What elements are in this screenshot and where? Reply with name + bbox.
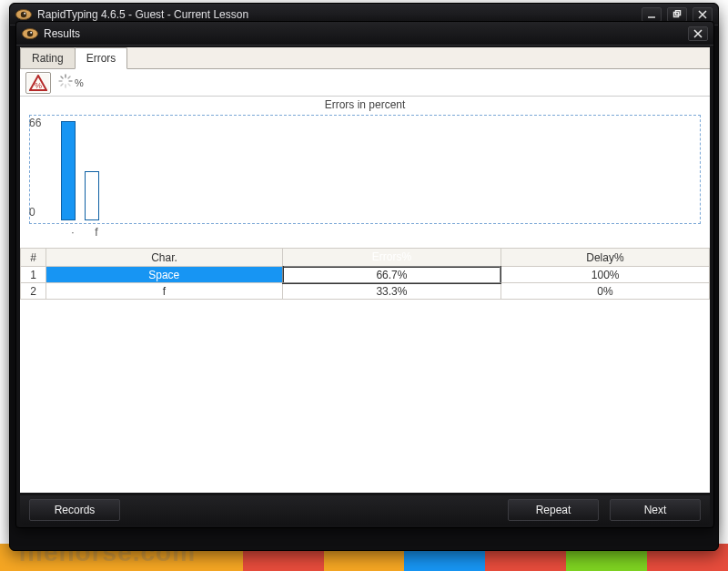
table-row[interactable]: 1 Space 66.7% 100%: [21, 267, 710, 283]
records-button[interactable]: Records: [29, 499, 120, 521]
tab-errors[interactable]: Errors: [75, 47, 128, 69]
warning-triangle-icon: %: [29, 75, 47, 91]
chart-title: Errors in percent: [29, 98, 701, 111]
svg-text:%: %: [35, 81, 42, 90]
table-row[interactable]: 2 f 33.3% 0%: [21, 283, 710, 300]
errors-percent-button[interactable]: %: [25, 72, 51, 94]
next-button[interactable]: Next: [610, 499, 701, 521]
chart-x-axis: · f: [66, 226, 701, 239]
svg-point-7: [30, 31, 32, 33]
loading-percent-button[interactable]: %: [58, 72, 84, 94]
table-header-row: # Char. Errors% Delay%: [21, 249, 710, 267]
dialog-body: Rating Errors %: [20, 47, 710, 493]
svg-line-15: [68, 84, 70, 86]
th-char[interactable]: Char.: [46, 249, 283, 267]
chart-plot: [57, 118, 698, 220]
svg-point-1: [21, 11, 26, 16]
cell-errors: 33.3%: [283, 283, 501, 300]
x-label-0: ·: [66, 226, 80, 239]
tab-strip: Rating Errors: [20, 47, 710, 69]
results-titlebar[interactable]: Results: [16, 22, 713, 46]
errors-table: # Char. Errors% Delay% 1 Space 66.7% 100…: [20, 248, 710, 300]
dialog-logo-icon: [22, 26, 38, 41]
minimize-button[interactable]: [642, 7, 662, 22]
close-button[interactable]: [693, 7, 713, 22]
chart-frame: 66 0: [29, 115, 701, 224]
y-tick-min: 0: [29, 206, 35, 219]
cell-delay: 0%: [500, 283, 709, 300]
main-window-title: RapidTyping 4.6.5 - Guest - Current Less…: [37, 8, 636, 21]
spinner-icon: [58, 74, 73, 91]
errors-toolbar: %: [20, 69, 710, 97]
restore-button[interactable]: [667, 7, 687, 22]
percent-label: %: [75, 77, 84, 88]
cell-num: 1: [21, 267, 46, 283]
app-shell: filehorse.com RapidTyping 4.6.5 - Guest …: [0, 0, 728, 571]
errors-chart: Errors in percent 66 0 · f: [20, 98, 710, 239]
x-label-1: f: [89, 226, 104, 239]
cell-errors: 66.7%: [283, 267, 501, 283]
th-delay[interactable]: Delay%: [500, 249, 709, 267]
chart-y-axis: 66 0: [29, 117, 56, 221]
cell-char: f: [46, 283, 283, 300]
svg-line-17: [68, 76, 70, 78]
svg-point-6: [27, 30, 33, 36]
dialog-title: Results: [44, 27, 682, 40]
dialog-close-button[interactable]: [688, 26, 708, 41]
app-logo-icon: [15, 7, 32, 22]
svg-point-2: [24, 12, 25, 14]
cell-num: 2: [21, 283, 46, 300]
svg-line-16: [61, 84, 63, 86]
y-tick-max: 66: [29, 117, 41, 129]
svg-line-14: [61, 76, 63, 78]
main-window: RapidTyping 4.6.5 - Guest - Current Less…: [9, 3, 719, 551]
dialog-bottom-bar: Records Repeat Next: [20, 495, 710, 525]
cell-delay: 100%: [500, 267, 709, 283]
th-errors[interactable]: Errors%: [283, 249, 501, 267]
chart-bar-f: [85, 171, 99, 220]
repeat-button[interactable]: Repeat: [508, 499, 599, 521]
cell-char: Space: [46, 267, 283, 283]
tab-rating[interactable]: Rating: [20, 47, 76, 68]
th-num[interactable]: #: [21, 249, 46, 267]
results-dialog: Results Rating Errors %: [15, 21, 714, 528]
chart-bar-space: [61, 121, 76, 220]
